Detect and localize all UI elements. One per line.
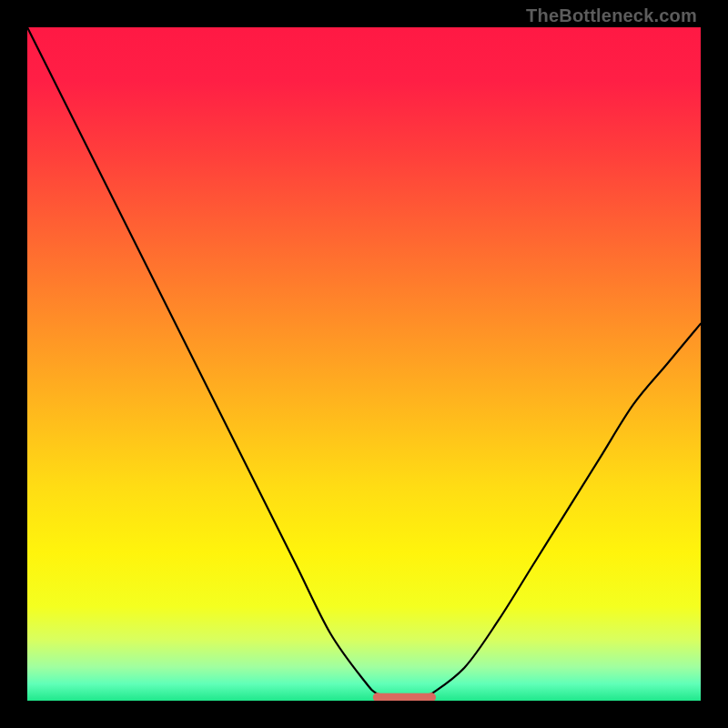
curve-layer — [27, 27, 701, 701]
watermark-text: TheBottleneck.com — [526, 5, 697, 26]
bottleneck-curve — [27, 27, 701, 701]
black-frame: TheBottleneck.com — [0, 0, 728, 728]
plot-area — [27, 27, 701, 701]
